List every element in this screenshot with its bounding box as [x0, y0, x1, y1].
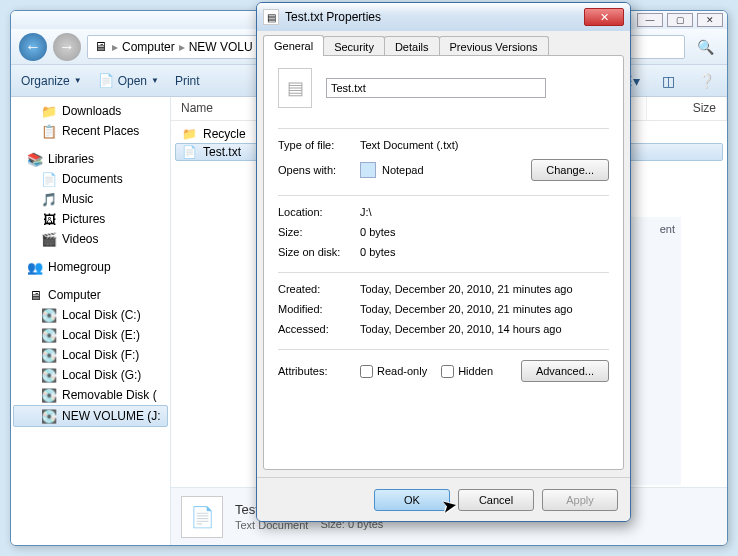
- tab-details[interactable]: Details: [384, 36, 440, 56]
- homegroup-icon: 👥: [27, 259, 43, 275]
- tree-music[interactable]: 🎵Music: [13, 189, 168, 209]
- tab-strip: General Security Details Previous Versio…: [257, 31, 630, 56]
- chevron-right-icon: ▸: [179, 40, 185, 54]
- tree-label: Computer: [48, 288, 101, 302]
- tree-label: Music: [62, 192, 93, 206]
- tree-downloads[interactable]: 📁Downloads: [13, 101, 168, 121]
- tree-label: NEW VOLUME (J:: [62, 409, 161, 423]
- tree-homegroup[interactable]: 👥Homegroup: [13, 257, 168, 277]
- value-accessed: Today, December 20, 2010, 14 hours ago: [360, 323, 562, 335]
- label-size-on-disk: Size on disk:: [278, 246, 360, 258]
- readonly-checkbox[interactable]: [360, 365, 373, 378]
- apply-button[interactable]: Apply: [542, 489, 618, 511]
- disk-icon: 💽: [41, 347, 57, 363]
- organize-label: Organize: [21, 74, 70, 88]
- label-modified: Modified:: [278, 303, 360, 315]
- tree-local-disk-e[interactable]: 💽Local Disk (E:): [13, 325, 168, 345]
- ok-button[interactable]: OK: [374, 489, 450, 511]
- file-type-icon: ▤: [278, 68, 312, 108]
- dialog-button-row: OK Cancel Apply: [257, 477, 630, 521]
- tree-label: Local Disk (E:): [62, 328, 140, 342]
- label-accessed: Accessed:: [278, 323, 360, 335]
- help-icon[interactable]: ❔: [695, 70, 717, 92]
- tree-label: Local Disk (F:): [62, 348, 139, 362]
- nav-tree: 📁Downloads 📋Recent Places 📚Libraries 📄Do…: [11, 97, 171, 545]
- close-button[interactable]: ✕: [697, 13, 723, 27]
- minimize-button[interactable]: —: [637, 13, 663, 27]
- tree-libraries[interactable]: 📚Libraries: [13, 149, 168, 169]
- libraries-icon: 📚: [27, 151, 43, 167]
- hidden-checkbox[interactable]: [441, 365, 454, 378]
- filename-input[interactable]: [326, 78, 546, 98]
- value-size-on-disk: 0 bytes: [360, 246, 395, 258]
- tree-recent-places[interactable]: 📋Recent Places: [13, 121, 168, 141]
- label-location: Location:: [278, 206, 360, 218]
- disk-icon: 💽: [41, 367, 57, 383]
- computer-icon: 🖥: [92, 39, 108, 55]
- recent-icon: 📋: [41, 123, 57, 139]
- text-file-icon: ▤: [263, 9, 279, 25]
- print-label: Print: [175, 74, 200, 88]
- notepad-icon: [360, 162, 376, 178]
- tab-previous-versions[interactable]: Previous Versions: [439, 36, 549, 56]
- organize-menu[interactable]: Organize▼: [21, 74, 82, 88]
- label-created: Created:: [278, 283, 360, 295]
- dialog-titlebar[interactable]: ▤ Test.txt Properties ✕: [257, 3, 630, 31]
- tab-security[interactable]: Security: [323, 36, 385, 56]
- forward-button[interactable]: →: [53, 33, 81, 61]
- open-menu[interactable]: 📄Open▼: [98, 73, 159, 89]
- tree-label: Pictures: [62, 212, 105, 226]
- value-size: 0 bytes: [360, 226, 395, 238]
- tree-videos[interactable]: 🎬Videos: [13, 229, 168, 249]
- open-label: Open: [118, 74, 147, 88]
- breadcrumb-computer[interactable]: Computer: [122, 40, 175, 54]
- tree-documents[interactable]: 📄Documents: [13, 169, 168, 189]
- tree-new-volume-j[interactable]: 💽NEW VOLUME (J:: [13, 405, 168, 427]
- value-created: Today, December 20, 2010, 21 minutes ago: [360, 283, 573, 295]
- value-type-of-file: Text Document (.txt): [360, 139, 458, 151]
- maximize-button[interactable]: ▢: [667, 13, 693, 27]
- breadcrumb-volume[interactable]: NEW VOLU: [189, 40, 253, 54]
- tree-removable-disk[interactable]: 💽Removable Disk (: [13, 385, 168, 405]
- change-button[interactable]: Change...: [531, 159, 609, 181]
- search-icon[interactable]: 🔍: [691, 39, 719, 55]
- tree-label: Local Disk (G:): [62, 368, 141, 382]
- disk-icon: 💽: [41, 387, 57, 403]
- back-button[interactable]: ←: [19, 33, 47, 61]
- column-size[interactable]: Size: [647, 97, 727, 120]
- dialog-close-button[interactable]: ✕: [584, 8, 624, 26]
- documents-icon: 📄: [41, 171, 57, 187]
- tree-local-disk-c[interactable]: 💽Local Disk (C:): [13, 305, 168, 325]
- text-file-icon: 📄: [181, 145, 197, 159]
- text-file-icon: 📄: [181, 496, 223, 538]
- chevron-right-icon: ▸: [112, 40, 118, 54]
- tree-local-disk-f[interactable]: 💽Local Disk (F:): [13, 345, 168, 365]
- tree-label: Local Disk (C:): [62, 308, 141, 322]
- tree-computer[interactable]: 🖥Computer: [13, 285, 168, 305]
- tree-label: Homegroup: [48, 260, 111, 274]
- disk-icon: 💽: [41, 408, 57, 424]
- value-modified: Today, December 20, 2010, 21 minutes ago: [360, 303, 573, 315]
- disk-icon: 💽: [41, 327, 57, 343]
- dialog-title: Test.txt Properties: [285, 10, 381, 24]
- label-size: Size:: [278, 226, 360, 238]
- tree-label: Libraries: [48, 152, 94, 166]
- tree-pictures[interactable]: 🖼Pictures: [13, 209, 168, 229]
- preview-pane-icon[interactable]: ◫: [657, 70, 679, 92]
- value-location: J:\: [360, 206, 372, 218]
- file-label: Test.txt: [203, 145, 241, 159]
- hidden-label: Hidden: [458, 365, 493, 377]
- print-button[interactable]: Print: [175, 74, 200, 88]
- tree-local-disk-g[interactable]: 💽Local Disk (G:): [13, 365, 168, 385]
- music-icon: 🎵: [41, 191, 57, 207]
- readonly-label: Read-only: [377, 365, 427, 377]
- tab-general[interactable]: General: [263, 35, 324, 56]
- videos-icon: 🎬: [41, 231, 57, 247]
- label-type-of-file: Type of file:: [278, 139, 360, 151]
- label-opens-with: Opens with:: [278, 164, 360, 176]
- advanced-button[interactable]: Advanced...: [521, 360, 609, 382]
- computer-icon: 🖥: [27, 287, 43, 303]
- folder-icon: 📁: [41, 103, 57, 119]
- cancel-button[interactable]: Cancel: [458, 489, 534, 511]
- folder-icon: 📁: [181, 127, 197, 141]
